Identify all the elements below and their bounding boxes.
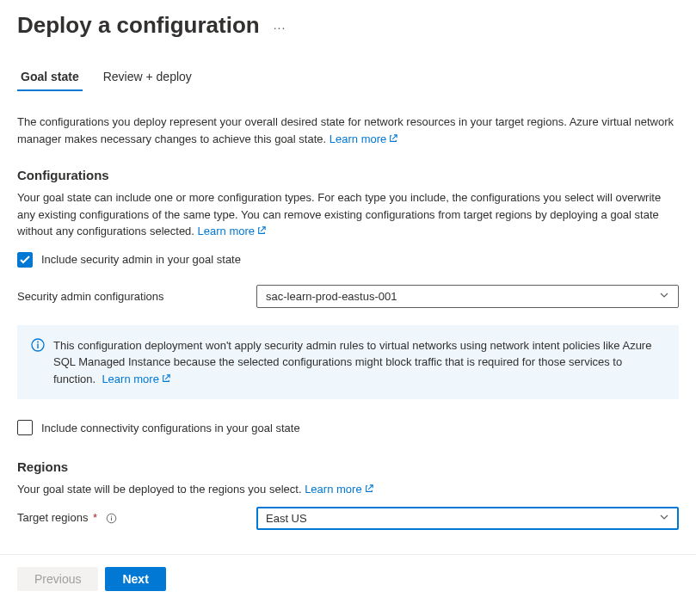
chevron-down-icon <box>659 512 669 525</box>
chevron-down-icon <box>659 290 669 303</box>
external-link-icon <box>162 371 170 388</box>
regions-body: Your goal state will be deployed to the … <box>17 483 302 496</box>
target-regions-value: East US <box>266 512 307 525</box>
intro-text: The configurations you deploy represent … <box>17 114 679 147</box>
external-link-icon <box>257 223 266 240</box>
configurations-body: Your goal state can include one or more … <box>17 191 661 237</box>
external-link-icon <box>365 481 373 498</box>
configurations-desc: Your goal state can include one or more … <box>17 189 679 240</box>
info-learn-more-link[interactable]: Learn more <box>102 373 169 385</box>
previous-button[interactable]: Previous <box>17 567 98 591</box>
target-regions-label: Target regions * <box>17 511 256 525</box>
security-config-label: Security admin configurations <box>17 290 256 303</box>
security-config-select[interactable]: sac-learn-prod-eastus-001 <box>256 285 679 308</box>
include-connectivity-label: Include connectivity configurations in y… <box>41 422 300 434</box>
target-regions-select[interactable]: East US <box>256 507 679 530</box>
external-link-icon <box>389 131 397 148</box>
security-config-value: sac-learn-prod-eastus-001 <box>266 290 397 303</box>
svg-point-4 <box>111 516 112 517</box>
next-button[interactable]: Next <box>105 567 165 591</box>
regions-learn-more-link[interactable]: Learn more <box>305 483 373 496</box>
svg-rect-5 <box>111 518 112 521</box>
configurations-learn-more-link[interactable]: Learn more <box>198 225 266 237</box>
include-connectivity-checkbox[interactable] <box>17 420 33 435</box>
regions-heading: Regions <box>17 459 679 474</box>
info-icon <box>31 338 45 388</box>
regions-desc: Your goal state will be deployed to the … <box>17 481 679 498</box>
include-security-checkbox[interactable] <box>17 252 33 268</box>
page-title: Deploy a configuration <box>17 12 260 39</box>
required-indicator: * <box>89 511 97 524</box>
configurations-heading: Configurations <box>17 168 679 182</box>
footer: Previous Next <box>0 554 696 603</box>
svg-rect-2 <box>37 343 38 348</box>
include-security-label: Include security admin in your goal stat… <box>41 253 241 266</box>
tab-review-deploy[interactable]: Review + deploy <box>100 63 195 90</box>
tab-goal-state[interactable]: Goal state <box>17 63 83 90</box>
info-icon[interactable] <box>106 513 118 525</box>
intro-learn-more-link[interactable]: Learn more <box>330 132 397 145</box>
tabs: Goal state Review + deploy <box>17 63 679 91</box>
more-actions-icon[interactable]: ··· <box>274 17 286 34</box>
info-box: This configuration deployment won't appl… <box>17 325 679 400</box>
svg-point-1 <box>37 341 39 342</box>
